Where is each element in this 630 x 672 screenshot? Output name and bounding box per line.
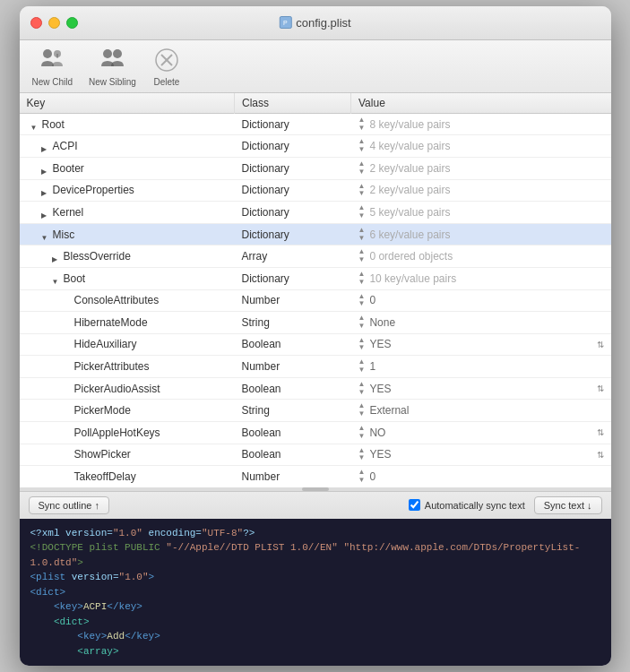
- value-text: External: [369, 404, 409, 417]
- value-stepper[interactable]: ▲▼: [358, 358, 366, 375]
- value-stepper[interactable]: ▲▼: [358, 138, 366, 154]
- key-cell: Root: [20, 113, 235, 135]
- key-cell: HibernateMode: [20, 312, 235, 334]
- maximize-button[interactable]: [66, 17, 78, 29]
- expand-triangle[interactable]: [52, 252, 61, 261]
- expand-triangle[interactable]: [41, 142, 50, 151]
- value-stepper[interactable]: ▲▼: [358, 204, 366, 220]
- minimize-button[interactable]: [48, 17, 60, 29]
- new-sibling-icon: [98, 46, 126, 74]
- value-cell: ▲▼8 key/value pairs: [351, 113, 611, 135]
- xml-line-8: <array>: [30, 644, 600, 659]
- scroll-thumb[interactable]: [302, 487, 329, 491]
- xml-line-6: <dict>: [30, 615, 600, 630]
- delete-button[interactable]: Delete: [152, 46, 181, 87]
- class-cell: Boolean: [235, 422, 351, 444]
- xml-line-4: <dict>: [30, 585, 600, 600]
- table-row[interactable]: ACPIDictionary▲▼4 key/value pairs: [20, 135, 611, 158]
- class-cell: Dictionary: [235, 157, 351, 179]
- key-cell: DeviceProperties: [20, 179, 235, 202]
- table-row[interactable]: HideAuxiliaryBoolean▲▼YES⇅: [20, 333, 611, 356]
- close-button[interactable]: [30, 17, 42, 29]
- key-cell: Booter: [20, 157, 235, 179]
- expand-triangle[interactable]: [41, 164, 50, 173]
- value-stepper[interactable]: ▲▼: [358, 402, 366, 418]
- value-text: None: [369, 316, 395, 329]
- key-cell: Kernel: [20, 202, 235, 224]
- scroll-indicator: [20, 487, 611, 491]
- table-row[interactable]: HibernateModeString▲▼None: [20, 312, 611, 334]
- value-stepper[interactable]: ▲▼: [358, 425, 366, 441]
- window-title: P config.plist: [279, 16, 350, 30]
- main-window: P config.plist New Child: [20, 6, 611, 667]
- auto-sync-checkbox[interactable]: [409, 499, 420, 511]
- key-cell: PollAppleHotKeys: [20, 422, 235, 444]
- xml-line-5: <key>ACPI</key>: [30, 599, 600, 615]
- class-cell: Number: [235, 289, 351, 312]
- class-cell: Boolean: [235, 333, 351, 356]
- dropdown-arrow-icon[interactable]: ⇅: [597, 450, 604, 460]
- value-stepper[interactable]: ▲▼: [358, 183, 366, 199]
- key-name: HibernateMode: [74, 316, 148, 329]
- table-row[interactable]: BootDictionary▲▼10 key/value pairs: [20, 267, 611, 289]
- value-stepper[interactable]: ▲▼: [358, 271, 366, 287]
- key-cell: ACPI: [20, 135, 235, 158]
- value-stepper[interactable]: ▲▼: [358, 381, 366, 397]
- table-header-row: Key Class Value: [20, 93, 611, 114]
- collapse-triangle[interactable]: [30, 120, 39, 129]
- value-stepper[interactable]: ▲▼: [358, 469, 366, 485]
- new-sibling-button[interactable]: New Sibling: [89, 46, 136, 87]
- expand-triangle[interactable]: [41, 185, 50, 194]
- auto-sync-label[interactable]: Automatically sync text: [409, 499, 525, 511]
- sync-text-button[interactable]: Sync text ↓: [534, 496, 602, 514]
- table-row[interactable]: PickerAudioAssistBoolean▲▼YES⇅: [20, 377, 611, 400]
- table-row[interactable]: ConsoleAttributesNumber▲▼0: [20, 289, 611, 312]
- value-stepper[interactable]: ▲▼: [358, 337, 366, 353]
- table-row[interactable]: RootDictionary▲▼8 key/value pairs: [20, 113, 611, 135]
- table-row[interactable]: MiscDictionary▲▼6 key/value pairs: [20, 223, 611, 246]
- table-row[interactable]: ShowPickerBoolean▲▼YES⇅: [20, 444, 611, 466]
- svg-point-3: [103, 49, 112, 58]
- collapse-triangle[interactable]: [41, 230, 50, 239]
- value-stepper[interactable]: ▲▼: [358, 160, 366, 177]
- table-row[interactable]: PickerAttributesNumber▲▼1: [20, 356, 611, 378]
- value-stepper[interactable]: ▲▼: [358, 227, 366, 243]
- class-cell: Dictionary: [235, 179, 351, 202]
- table-row[interactable]: PickerModeString▲▼External: [20, 400, 611, 422]
- key-name: PickerAudioAssist: [74, 383, 160, 395]
- expand-triangle[interactable]: [41, 208, 50, 217]
- class-cell: Dictionary: [235, 223, 351, 246]
- table-row[interactable]: BlessOverrideArray▲▼0 ordered objects: [20, 246, 611, 268]
- dropdown-arrow-icon[interactable]: ⇅: [597, 340, 604, 349]
- value-stepper[interactable]: ▲▼: [358, 447, 366, 463]
- value-cell: ▲▼10 key/value pairs: [351, 267, 611, 289]
- key-cell: Misc: [20, 223, 235, 246]
- xml-line-7: <key>Add</key>: [30, 629, 600, 644]
- collapse-triangle[interactable]: [52, 274, 61, 283]
- value-text: 0: [369, 470, 375, 483]
- dropdown-arrow-icon[interactable]: ⇅: [597, 383, 604, 393]
- key-name: PickerMode: [74, 404, 131, 417]
- value-stepper[interactable]: ▲▼: [358, 248, 366, 264]
- table-row[interactable]: KernelDictionary▲▼5 key/value pairs: [20, 202, 611, 224]
- sync-outline-button[interactable]: Sync outline ↑: [29, 496, 109, 514]
- dropdown-arrow-icon[interactable]: ⇅: [597, 427, 604, 437]
- class-cell: Dictionary: [235, 113, 351, 135]
- key-name: DeviceProperties: [53, 184, 134, 196]
- key-name: PollAppleHotKeys: [74, 426, 160, 439]
- class-cell: Boolean: [235, 444, 351, 466]
- table-row[interactable]: TakeoffDelayNumber▲▼0: [20, 466, 611, 487]
- table-row[interactable]: DevicePropertiesDictionary▲▼2 key/value …: [20, 179, 611, 202]
- value-stepper[interactable]: ▲▼: [358, 293, 366, 309]
- xml-preview[interactable]: <?xml version="1.0" encoding="UTF-8"?> <…: [20, 519, 611, 667]
- key-cell: PickerAudioAssist: [20, 377, 235, 400]
- value-stepper[interactable]: ▲▼: [358, 116, 366, 133]
- new-child-button[interactable]: New Child: [32, 46, 73, 87]
- value-stepper[interactable]: ▲▼: [358, 314, 366, 331]
- key-name: Kernel: [53, 206, 84, 219]
- class-cell: Array: [235, 246, 351, 268]
- table-row[interactable]: BooterDictionary▲▼2 key/value pairs: [20, 157, 611, 179]
- class-header: Class: [235, 93, 351, 114]
- table-row[interactable]: PollAppleHotKeysBoolean▲▼NO⇅: [20, 422, 611, 444]
- class-cell: Dictionary: [235, 202, 351, 224]
